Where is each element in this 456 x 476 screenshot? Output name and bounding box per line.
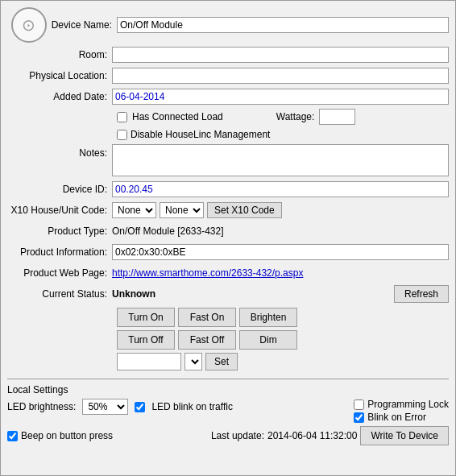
device-name-row: ⊙ Device Name: <box>7 7 449 43</box>
disable-houselinc-label: Disable HouseLinc Management <box>131 129 270 140</box>
bottom-row: Beep on button press Last update: 2014-0… <box>7 426 449 445</box>
right-checkboxes: Programming Lock Blink on Error <box>354 399 449 423</box>
led-blink-label: LED blink on traffic <box>151 401 233 412</box>
web-page-row: Product Web Page: http://www.smarthome.c… <box>7 264 449 282</box>
button-row-1: Turn On Fast On Brighten <box>117 308 449 327</box>
set-dropdown[interactable]: ▼ <box>184 353 202 370</box>
added-date-input[interactable] <box>112 89 449 105</box>
turn-off-button[interactable]: Turn Off <box>117 330 175 350</box>
room-input[interactable] <box>112 47 449 63</box>
local-settings-section: Local Settings LED brightness: 50% 10% 2… <box>7 384 449 445</box>
x10-row: X10 House/Unit Code: None ABCD None 1234… <box>7 201 449 219</box>
local-settings-label: Local Settings <box>7 384 449 395</box>
device-icon: ⊙ <box>11 7 47 43</box>
current-status-label: Current Status: <box>7 288 112 300</box>
fast-on-button[interactable]: Fast On <box>178 308 236 327</box>
last-update-value: 2014-06-04 11:32:00 <box>267 430 357 441</box>
notes-textarea[interactable] <box>112 144 449 176</box>
product-type-row: Product Type: On/Off Module [2633-432] <box>7 222 449 240</box>
set-row: ▼ Set <box>117 353 449 370</box>
x10-unit-select[interactable]: None 1234 <box>160 202 204 218</box>
led-brightness-row: LED brightness: 50% 10% 25% 75% 100% LED… <box>7 399 233 415</box>
device-name-input[interactable] <box>117 17 449 33</box>
room-label: Room: <box>7 49 112 60</box>
product-info-row: Product Information: <box>7 243 449 261</box>
product-info-label: Product Information: <box>7 246 112 258</box>
brighten-button[interactable]: Brighten <box>239 308 297 327</box>
led-brightness-label: LED brightness: <box>7 401 76 412</box>
programming-lock-row: Programming Lock <box>354 399 449 410</box>
device-id-row: Device ID: <box>7 180 449 198</box>
disable-houselinc-checkbox[interactable] <box>117 130 127 140</box>
current-status-value: Unknown <box>112 288 155 300</box>
programming-lock-checkbox[interactable] <box>354 399 364 410</box>
blink-on-error-label: Blink on Error <box>367 412 426 423</box>
web-page-label: Product Web Page: <box>7 267 112 279</box>
dim-button[interactable]: Dim <box>239 330 297 350</box>
physical-location-input[interactable] <box>112 68 449 84</box>
set-x10-button[interactable]: Set X10 Code <box>207 202 282 218</box>
divider <box>7 379 449 379</box>
device-name-label: Device Name: <box>52 19 112 31</box>
x10-house-select[interactable]: None ABCD <box>112 202 156 218</box>
x10-label: X10 House/Unit Code: <box>7 205 112 216</box>
current-status-row: Current Status: Unknown Refresh <box>7 285 449 303</box>
notes-label: Notes: <box>7 144 112 159</box>
wattage-input[interactable] <box>319 109 355 125</box>
blink-on-error-row: Blink on Error <box>354 412 449 423</box>
fast-off-button[interactable]: Fast Off <box>178 330 236 350</box>
added-date-row: Added Date: <box>7 88 449 106</box>
write-to-device-button[interactable]: Write To Device <box>360 426 449 445</box>
refresh-button[interactable]: Refresh <box>394 285 449 303</box>
blink-on-error-checkbox[interactable] <box>354 412 364 423</box>
physical-location-label: Physical Location: <box>7 70 112 81</box>
button-row-2: Turn Off Fast Off Dim <box>117 330 449 350</box>
product-info-input[interactable] <box>112 244 449 260</box>
beep-on-press-label: Beep on button press <box>21 430 113 441</box>
action-buttons-section: Turn On Fast On Brighten Turn Off Fast O… <box>117 308 449 370</box>
last-update-label: Last update: <box>211 430 264 441</box>
led-blink-checkbox[interactable] <box>135 402 145 412</box>
set-value-input[interactable] <box>117 353 181 370</box>
beep-on-press-checkbox[interactable] <box>7 431 18 441</box>
programming-lock-label: Programming Lock <box>367 399 449 410</box>
disable-houselinc-row: Disable HouseLinc Management <box>117 129 449 140</box>
device-id-input[interactable] <box>112 181 449 197</box>
added-date-label: Added Date: <box>7 91 112 102</box>
web-page-link[interactable]: http://www.smarthome.com/2633-432/p.aspx <box>112 267 303 279</box>
physical-location-row: Physical Location: <box>7 67 449 85</box>
main-container: ⊙ Device Name: Room: Physical Location: … <box>0 0 456 476</box>
notes-row: Notes: <box>7 144 449 176</box>
has-connected-load-label: Has Connected Load <box>132 111 223 122</box>
room-row: Room: <box>7 46 449 64</box>
device-id-label: Device ID: <box>7 184 112 195</box>
connected-load-row: Has Connected Load Wattage: <box>117 109 449 125</box>
has-connected-load-checkbox[interactable] <box>117 112 127 122</box>
set-button[interactable]: Set <box>205 353 238 370</box>
turn-on-button[interactable]: Turn On <box>117 308 175 327</box>
product-type-label: Product Type: <box>7 226 112 237</box>
product-type-value: On/Off Module [2633-432] <box>112 226 224 237</box>
wattage-label: Wattage: <box>276 111 315 122</box>
led-brightness-select[interactable]: 50% 10% 25% 75% 100% <box>82 399 128 415</box>
